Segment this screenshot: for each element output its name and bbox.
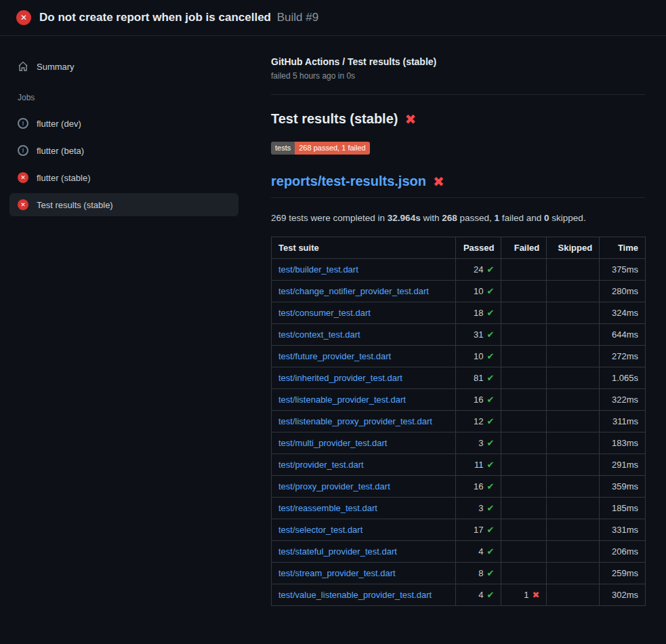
table-row: test/provider_test.dart11✔291ms	[272, 454, 646, 476]
suite-link[interactable]: test/inherited_provider_test.dart	[278, 373, 402, 383]
count-value: 4	[478, 546, 483, 557]
suite-link[interactable]: test/provider_test.dart	[278, 460, 364, 470]
suite-cell: test/multi_provider_test.dart	[272, 432, 456, 454]
summary-text: passed,	[457, 213, 495, 223]
check-icon: ✔	[487, 373, 495, 383]
sidebar-item-summary[interactable]: Summary	[9, 55, 238, 78]
count-value: 10	[474, 351, 483, 361]
skipped-cell	[547, 259, 600, 281]
suite-link[interactable]: test/proxy_provider_test.dart	[278, 481, 390, 491]
passed-cell: 24✔	[455, 259, 501, 281]
time-cell: 302ms	[600, 584, 646, 606]
count-value: 3	[478, 438, 483, 448]
failed-cell	[501, 432, 547, 454]
summary-text: skipped.	[549, 213, 586, 223]
count-value: 11	[474, 460, 484, 470]
count-value: 18	[474, 308, 483, 318]
time-cell: 324ms	[600, 302, 646, 324]
suite-link[interactable]: test/stateful_provider_test.dart	[278, 546, 397, 557]
count-value: 31	[474, 329, 483, 340]
sidebar-item-label: flutter (dev)	[37, 119, 81, 129]
suite-link[interactable]: test/selector_test.dart	[278, 525, 362, 535]
suite-link[interactable]: test/listenable_provider_test.dart	[278, 395, 406, 405]
check-icon: ✔	[487, 503, 495, 513]
suite-link[interactable]: test/future_provider_test.dart	[278, 351, 391, 361]
table-row: test/builder_test.dart24✔375ms	[272, 259, 646, 281]
skipped-cell	[547, 476, 600, 498]
suite-cell: test/selector_test.dart	[272, 519, 456, 541]
suite-link[interactable]: test/context_test.dart	[278, 329, 360, 340]
count-value: 12	[474, 416, 483, 426]
time-cell: 311ms	[600, 411, 646, 432]
skipped-cell	[547, 432, 600, 454]
failed-cell	[501, 454, 547, 476]
failed-cell	[501, 302, 547, 324]
passed-cell: 16✔	[455, 389, 501, 411]
suite-link[interactable]: test/listenable_proxy_provider_test.dart	[278, 416, 432, 426]
sidebar-item-job-flutter-beta[interactable]: ! flutter (beta)	[9, 139, 238, 162]
passed-cell: 3✔	[455, 498, 501, 519]
table-header-row: Test suite Passed Failed Skipped Time	[272, 237, 646, 259]
failed-cell	[501, 259, 547, 281]
failed-cell	[501, 411, 547, 432]
suite-link[interactable]: test/builder_test.dart	[278, 264, 358, 275]
section-title-text: Test results (stable)	[271, 111, 398, 127]
cross-icon: ✖	[532, 590, 539, 600]
time-cell: 206ms	[600, 541, 646, 563]
suite-link[interactable]: test/reassemble_test.dart	[278, 503, 377, 513]
skipped-cell	[547, 281, 600, 302]
suite-cell: test/stream_provider_test.dart	[272, 563, 456, 584]
time-cell: 1.065s	[600, 367, 646, 389]
jobs-list: ! flutter (dev) ! flutter (beta) ✕ flutt…	[9, 112, 238, 216]
report-heading: reports/test-results.json ✖	[271, 174, 645, 198]
suite-link[interactable]: test/value_listenable_provider_test.dart	[278, 590, 432, 600]
suite-link[interactable]: test/multi_provider_test.dart	[278, 438, 387, 448]
sidebar-item-label: flutter (beta)	[37, 146, 84, 156]
summary-text: with	[421, 213, 442, 223]
passed-cell: 31✔	[455, 324, 501, 346]
suite-link[interactable]: test/change_notifier_provider_test.dart	[278, 286, 429, 296]
results-table: Test suite Passed Failed Skipped Time te…	[271, 237, 646, 606]
check-icon: ✔	[487, 264, 495, 275]
summary-text: 269 tests were completed in	[271, 213, 388, 223]
failed-x-icon: ✖	[433, 175, 444, 188]
suite-cell: test/builder_test.dart	[272, 259, 456, 281]
build-number: Build #9	[277, 11, 318, 24]
sidebar-item-job-flutter-dev[interactable]: ! flutter (dev)	[9, 112, 238, 135]
check-icon: ✔	[487, 286, 495, 296]
table-row: test/change_notifier_provider_test.dart1…	[272, 281, 646, 302]
passed-cell: 4✔	[455, 584, 501, 606]
failed-cell	[501, 541, 547, 563]
suite-link[interactable]: test/consumer_test.dart	[278, 308, 371, 318]
sidebar-item-job-flutter-stable[interactable]: ✕ flutter (stable)	[9, 166, 238, 189]
column-header-failed: Failed	[501, 237, 547, 259]
run-meta: failed 5 hours ago in 0s	[271, 71, 645, 81]
divider	[271, 94, 645, 95]
table-row: test/value_listenable_provider_test.dart…	[272, 584, 646, 606]
count-value: 81	[474, 373, 483, 383]
count-value: 1	[524, 590, 528, 600]
column-header-passed: Passed	[455, 237, 501, 259]
check-icon: ✔	[487, 546, 495, 557]
count-value: 8	[478, 568, 483, 578]
report-file-link[interactable]: reports/test-results.json	[271, 174, 426, 189]
sidebar-item-job-test-results-stable[interactable]: ✕ Test results (stable)	[9, 193, 238, 216]
skipped-cell	[547, 324, 600, 346]
failed-cell	[501, 281, 547, 302]
time-cell: 322ms	[600, 389, 646, 411]
passed-cell: 12✔	[455, 411, 501, 432]
passed-cell: 18✔	[455, 302, 501, 324]
time-cell: 185ms	[600, 498, 646, 519]
suite-cell: test/listenable_proxy_provider_test.dart	[272, 411, 456, 432]
passed-cell: 4✔	[455, 541, 501, 563]
count-value: 16	[474, 481, 483, 491]
count-value: 10	[474, 286, 483, 296]
sidebar-item-label: flutter (stable)	[37, 173, 90, 183]
suite-link[interactable]: test/stream_provider_test.dart	[278, 568, 396, 578]
skipped-cell	[547, 367, 600, 389]
home-icon	[18, 61, 28, 72]
time-cell: 331ms	[600, 519, 646, 541]
failed-status-icon: ✕	[16, 10, 31, 25]
skipped-cell	[547, 563, 600, 584]
check-icon: ✔	[487, 351, 495, 361]
